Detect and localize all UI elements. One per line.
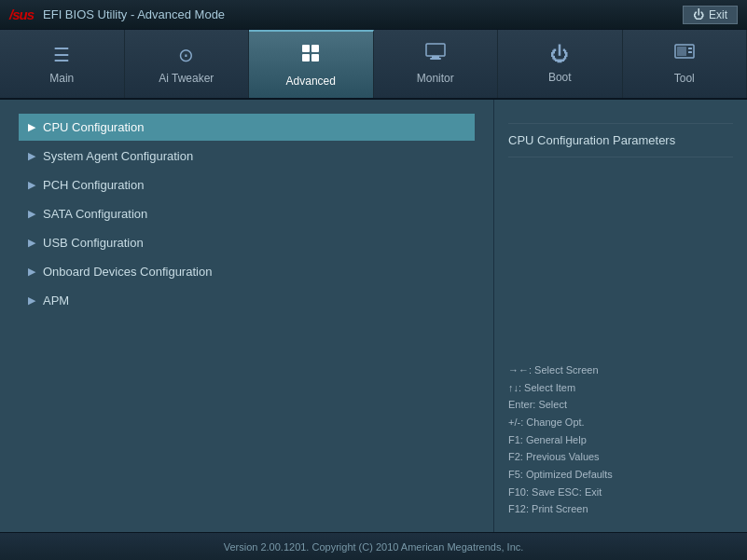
nav-bar: ☰ Main ⊙ Ai Tweaker Advanced Monitor ⏻: [0, 30, 747, 100]
svg-rect-8: [677, 47, 686, 56]
tab-boot-label: Boot: [548, 71, 572, 84]
menu-item-label: System Agent Configuration: [43, 149, 193, 163]
shortcut-line-9: F12: Print Screen: [508, 500, 733, 518]
menu-item-usb-config[interactable]: ▶ USB Configuration: [19, 229, 475, 256]
right-divider-top: [508, 123, 733, 124]
footer: Version 2.00.1201. Copyright (C) 2010 Am…: [0, 532, 747, 560]
tab-ai-tweaker-label: Ai Tweaker: [159, 72, 214, 85]
ai-tweaker-icon: ⊙: [178, 44, 194, 66]
shortcut-line-4: +/-: Change Opt.: [508, 414, 733, 431]
main-content: ▶ CPU Configuration ▶ System Agent Confi…: [0, 100, 747, 532]
menu-item-pch-config[interactable]: ▶ PCH Configuration: [19, 171, 475, 198]
tab-advanced[interactable]: Advanced: [249, 30, 374, 98]
shortcut-line-7: F5: Optimized Defaults: [508, 466, 733, 484]
tab-main[interactable]: ☰ Main: [0, 30, 125, 98]
exit-icon: ⏻: [693, 8, 704, 21]
arrow-icon: ▶: [28, 121, 35, 133]
menu-item-label: USB Configuration: [43, 236, 144, 250]
svg-rect-9: [688, 48, 692, 49]
footer-text: Version 2.00.1201. Copyright (C) 2010 Am…: [224, 541, 524, 553]
menu-item-label: CPU Configuration: [43, 120, 144, 134]
asus-logo: /sus: [9, 7, 34, 22]
svg-rect-10: [688, 51, 692, 53]
menu-item-label: Onboard Devices Configuration: [43, 265, 212, 279]
shortcut-line-6: F2: Previous Values: [508, 448, 733, 466]
arrow-icon: ▶: [28, 237, 35, 249]
arrow-icon: ▶: [28, 266, 35, 278]
right-divider-bottom: [508, 157, 733, 157]
tab-tool[interactable]: Tool: [623, 30, 748, 98]
arrow-icon: ▶: [28, 208, 35, 220]
title-bar: /sus EFI BIOS Utility - Advanced Mode ⏻ …: [0, 0, 747, 30]
tab-monitor-label: Monitor: [417, 72, 454, 85]
advanced-icon: [299, 42, 322, 69]
svg-rect-5: [432, 56, 439, 58]
arrow-icon: ▶: [28, 294, 35, 307]
menu-item-label: APM: [43, 294, 69, 307]
right-panel-description: CPU Configuration Parameters: [508, 114, 733, 167]
arrow-icon: ▶: [28, 179, 35, 191]
tab-boot[interactable]: ⏻ Boot: [498, 30, 623, 98]
tab-advanced-label: Advanced: [286, 75, 336, 88]
svg-rect-2: [302, 54, 310, 61]
svg-rect-4: [426, 44, 445, 56]
tab-tool-label: Tool: [674, 72, 695, 85]
boot-icon: ⏻: [550, 44, 569, 65]
menu-item-onboard-devices[interactable]: ▶ Onboard Devices Configuration: [19, 258, 475, 285]
shortcut-help: →←: Select Screen ↑↓: Select Item Enter:…: [508, 362, 733, 518]
right-panel-title: CPU Configuration Parameters: [508, 133, 733, 147]
exit-button[interactable]: ⏻ Exit: [683, 6, 738, 24]
menu-item-label: SATA Configuration: [43, 207, 147, 221]
title-text: EFI BIOS Utility - Advanced Mode: [43, 7, 225, 21]
svg-rect-6: [430, 58, 441, 60]
tool-icon: [674, 43, 695, 66]
menu-item-sata-config[interactable]: ▶ SATA Configuration: [19, 200, 475, 227]
shortcut-line-1: →←: Select Screen: [508, 362, 733, 379]
shortcut-line-2: ↑↓: Select Item: [508, 379, 733, 397]
title-bar-left: /sus EFI BIOS Utility - Advanced Mode: [9, 7, 225, 22]
left-panel: ▶ CPU Configuration ▶ System Agent Confi…: [0, 100, 494, 532]
exit-label: Exit: [709, 8, 727, 21]
shortcut-line-8: F10: Save ESC: Exit: [508, 484, 733, 501]
svg-rect-0: [302, 45, 310, 52]
arrow-icon: ▶: [28, 150, 35, 162]
tab-monitor[interactable]: Monitor: [374, 30, 499, 98]
menu-item-system-agent[interactable]: ▶ System Agent Configuration: [19, 143, 475, 170]
menu-item-label: PCH Configuration: [43, 178, 144, 192]
shortcut-line-3: Enter: Select: [508, 396, 733, 414]
svg-rect-3: [311, 54, 319, 61]
tab-ai-tweaker[interactable]: ⊙ Ai Tweaker: [125, 30, 250, 98]
tab-main-label: Main: [49, 72, 74, 85]
menu-item-cpu-config[interactable]: ▶ CPU Configuration: [19, 114, 475, 141]
shortcut-line-5: F1: General Help: [508, 431, 733, 449]
menu-item-apm[interactable]: ▶ APM: [19, 287, 475, 314]
svg-rect-1: [311, 45, 319, 52]
right-panel: CPU Configuration Parameters →←: Select …: [494, 100, 747, 532]
main-icon: ☰: [53, 44, 70, 66]
monitor-icon: [425, 43, 446, 66]
